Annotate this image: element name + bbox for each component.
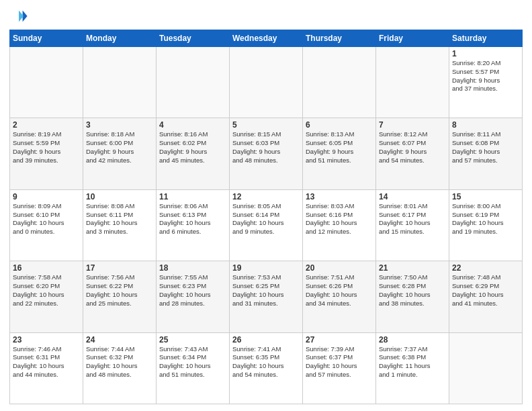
day-number: 18 xyxy=(159,263,226,273)
day-info: Sunrise: 7:39 AM Sunset: 6:37 PM Dayligh… xyxy=(306,345,373,379)
calendar-cell-2-2: 3Sunrise: 8:18 AM Sunset: 6:00 PM Daylig… xyxy=(83,118,157,189)
calendar-cell-2-7: 8Sunrise: 8:11 AM Sunset: 6:08 PM Daylig… xyxy=(449,118,523,189)
calendar-cell-1-6 xyxy=(376,47,449,118)
day-info: Sunrise: 7:50 AM Sunset: 6:28 PM Dayligh… xyxy=(379,273,446,308)
day-number: 9 xyxy=(13,192,80,201)
calendar-cell-2-6: 7Sunrise: 8:12 AM Sunset: 6:07 PM Daylig… xyxy=(376,118,449,189)
day-number: 19 xyxy=(232,263,300,273)
calendar-cell-5-4: 26Sunrise: 7:41 AM Sunset: 6:35 PM Dayli… xyxy=(230,332,303,404)
day-info: Sunrise: 7:51 AM Sunset: 6:26 PM Dayligh… xyxy=(306,273,373,308)
day-number: 4 xyxy=(159,120,226,130)
week-row-2: 2Sunrise: 8:19 AM Sunset: 5:59 PM Daylig… xyxy=(10,118,523,189)
calendar-cell-5-7 xyxy=(449,332,523,404)
calendar-cell-2-1: 2Sunrise: 8:19 AM Sunset: 5:59 PM Daylig… xyxy=(10,118,83,189)
calendar-cell-3-1: 9Sunrise: 8:09 AM Sunset: 6:10 PM Daylig… xyxy=(10,189,83,261)
calendar-cell-5-6: 28Sunrise: 7:37 AM Sunset: 6:38 PM Dayli… xyxy=(376,332,449,404)
weekday-header-tuesday: Tuesday xyxy=(157,30,230,47)
week-row-4: 16Sunrise: 7:58 AM Sunset: 6:20 PM Dayli… xyxy=(10,261,523,332)
weekday-header-saturday: Saturday xyxy=(449,30,523,47)
day-info: Sunrise: 7:41 AM Sunset: 6:35 PM Dayligh… xyxy=(232,345,300,379)
calendar-cell-1-2 xyxy=(83,47,157,118)
day-info: Sunrise: 8:03 AM Sunset: 6:16 PM Dayligh… xyxy=(306,202,373,236)
day-info: Sunrise: 8:11 AM Sunset: 6:08 PM Dayligh… xyxy=(452,130,519,165)
day-info: Sunrise: 7:46 AM Sunset: 6:31 PM Dayligh… xyxy=(13,345,80,379)
day-number: 26 xyxy=(232,335,300,345)
day-number: 7 xyxy=(379,120,446,130)
day-number: 20 xyxy=(306,263,373,273)
day-number: 10 xyxy=(86,192,153,201)
day-number: 2 xyxy=(13,120,80,130)
day-info: Sunrise: 8:20 AM Sunset: 5:57 PM Dayligh… xyxy=(452,59,519,93)
day-info: Sunrise: 8:05 AM Sunset: 6:14 PM Dayligh… xyxy=(232,202,300,236)
calendar-cell-2-4: 5Sunrise: 8:15 AM Sunset: 6:03 PM Daylig… xyxy=(230,118,303,189)
weekday-header-wednesday: Wednesday xyxy=(230,30,303,47)
calendar-cell-4-2: 17Sunrise: 7:56 AM Sunset: 6:22 PM Dayli… xyxy=(83,261,157,332)
day-number: 22 xyxy=(452,263,519,273)
logo-icon xyxy=(9,7,28,26)
day-number: 11 xyxy=(159,192,226,201)
day-number: 14 xyxy=(379,192,446,201)
day-info: Sunrise: 8:09 AM Sunset: 6:10 PM Dayligh… xyxy=(13,202,80,236)
header xyxy=(9,7,523,26)
logo xyxy=(9,7,31,26)
day-number: 1 xyxy=(452,49,519,58)
calendar-cell-1-7: 1Sunrise: 8:20 AM Sunset: 5:57 PM Daylig… xyxy=(449,47,523,118)
day-number: 24 xyxy=(86,335,153,345)
calendar-cell-5-1: 23Sunrise: 7:46 AM Sunset: 6:31 PM Dayli… xyxy=(10,332,83,404)
day-info: Sunrise: 8:01 AM Sunset: 6:17 PM Dayligh… xyxy=(379,202,446,236)
day-info: Sunrise: 8:13 AM Sunset: 6:05 PM Dayligh… xyxy=(306,130,373,165)
calendar-cell-1-5 xyxy=(303,47,376,118)
calendar-cell-1-3 xyxy=(157,47,230,118)
day-info: Sunrise: 7:48 AM Sunset: 6:29 PM Dayligh… xyxy=(452,273,519,308)
week-row-5: 23Sunrise: 7:46 AM Sunset: 6:31 PM Dayli… xyxy=(10,332,523,404)
calendar-cell-3-7: 15Sunrise: 8:00 AM Sunset: 6:19 PM Dayli… xyxy=(449,189,523,261)
day-info: Sunrise: 8:12 AM Sunset: 6:07 PM Dayligh… xyxy=(379,130,446,165)
day-number: 21 xyxy=(379,263,446,273)
week-row-3: 9Sunrise: 8:09 AM Sunset: 6:10 PM Daylig… xyxy=(10,189,523,261)
week-row-1: 1Sunrise: 8:20 AM Sunset: 5:57 PM Daylig… xyxy=(10,47,523,118)
calendar-cell-2-3: 4Sunrise: 8:16 AM Sunset: 6:02 PM Daylig… xyxy=(157,118,230,189)
day-number: 12 xyxy=(232,192,300,201)
calendar-cell-3-4: 12Sunrise: 8:05 AM Sunset: 6:14 PM Dayli… xyxy=(230,189,303,261)
day-info: Sunrise: 7:56 AM Sunset: 6:22 PM Dayligh… xyxy=(86,273,153,308)
calendar-cell-5-2: 24Sunrise: 7:44 AM Sunset: 6:32 PM Dayli… xyxy=(83,332,157,404)
day-number: 3 xyxy=(86,120,153,130)
day-info: Sunrise: 7:58 AM Sunset: 6:20 PM Dayligh… xyxy=(13,273,80,308)
page: SundayMondayTuesdayWednesdayThursdayFrid… xyxy=(0,0,532,411)
day-number: 25 xyxy=(159,335,226,345)
calendar-cell-1-1 xyxy=(10,47,83,118)
weekday-header-row: SundayMondayTuesdayWednesdayThursdayFrid… xyxy=(10,30,523,47)
calendar-cell-4-6: 21Sunrise: 7:50 AM Sunset: 6:28 PM Dayli… xyxy=(376,261,449,332)
day-info: Sunrise: 8:06 AM Sunset: 6:13 PM Dayligh… xyxy=(159,202,226,236)
day-info: Sunrise: 8:15 AM Sunset: 6:03 PM Dayligh… xyxy=(232,130,300,165)
day-number: 23 xyxy=(13,335,80,345)
calendar-table: SundayMondayTuesdayWednesdayThursdayFrid… xyxy=(9,30,523,404)
weekday-header-sunday: Sunday xyxy=(10,30,83,47)
day-info: Sunrise: 7:43 AM Sunset: 6:34 PM Dayligh… xyxy=(159,345,226,379)
day-number: 17 xyxy=(86,263,153,273)
calendar-cell-3-3: 11Sunrise: 8:06 AM Sunset: 6:13 PM Dayli… xyxy=(157,189,230,261)
calendar-cell-4-5: 20Sunrise: 7:51 AM Sunset: 6:26 PM Dayli… xyxy=(303,261,376,332)
calendar-cell-4-4: 19Sunrise: 7:53 AM Sunset: 6:25 PM Dayli… xyxy=(230,261,303,332)
weekday-header-thursday: Thursday xyxy=(303,30,376,47)
calendar-cell-4-3: 18Sunrise: 7:55 AM Sunset: 6:23 PM Dayli… xyxy=(157,261,230,332)
day-number: 5 xyxy=(232,120,300,130)
day-number: 16 xyxy=(13,263,80,273)
day-info: Sunrise: 7:55 AM Sunset: 6:23 PM Dayligh… xyxy=(159,273,226,308)
day-info: Sunrise: 7:37 AM Sunset: 6:38 PM Dayligh… xyxy=(379,345,446,379)
day-info: Sunrise: 7:53 AM Sunset: 6:25 PM Dayligh… xyxy=(232,273,300,308)
day-info: Sunrise: 8:08 AM Sunset: 6:11 PM Dayligh… xyxy=(86,202,153,236)
calendar-cell-5-5: 27Sunrise: 7:39 AM Sunset: 6:37 PM Dayli… xyxy=(303,332,376,404)
calendar-cell-3-2: 10Sunrise: 8:08 AM Sunset: 6:11 PM Dayli… xyxy=(83,189,157,261)
day-number: 28 xyxy=(379,335,446,345)
day-number: 15 xyxy=(452,192,519,201)
calendar-cell-4-1: 16Sunrise: 7:58 AM Sunset: 6:20 PM Dayli… xyxy=(10,261,83,332)
calendar-cell-2-5: 6Sunrise: 8:13 AM Sunset: 6:05 PM Daylig… xyxy=(303,118,376,189)
calendar-cell-3-5: 13Sunrise: 8:03 AM Sunset: 6:16 PM Dayli… xyxy=(303,189,376,261)
calendar-cell-5-3: 25Sunrise: 7:43 AM Sunset: 6:34 PM Dayli… xyxy=(157,332,230,404)
day-info: Sunrise: 8:00 AM Sunset: 6:19 PM Dayligh… xyxy=(452,202,519,236)
day-number: 13 xyxy=(306,192,373,201)
calendar-cell-3-6: 14Sunrise: 8:01 AM Sunset: 6:17 PM Dayli… xyxy=(376,189,449,261)
day-info: Sunrise: 7:44 AM Sunset: 6:32 PM Dayligh… xyxy=(86,345,153,379)
day-info: Sunrise: 8:16 AM Sunset: 6:02 PM Dayligh… xyxy=(159,130,226,165)
